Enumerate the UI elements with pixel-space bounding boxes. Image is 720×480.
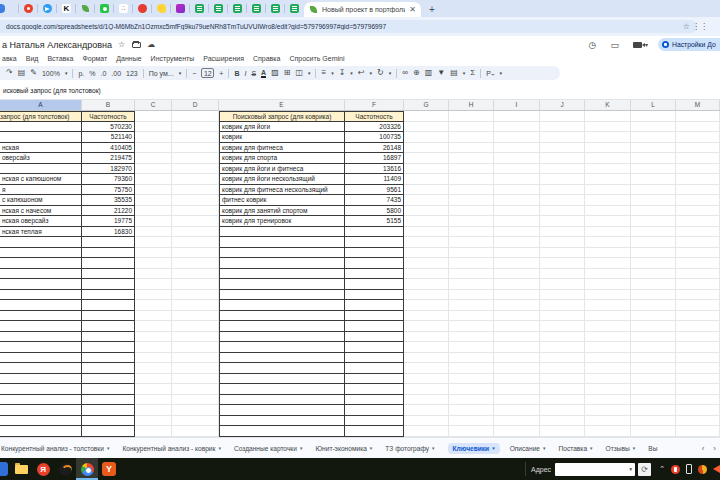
cell-G3[interactable] [404, 132, 449, 143]
cell-L30[interactable] [631, 416, 676, 427]
cell-J16[interactable] [540, 269, 585, 280]
cell-B23[interactable] [82, 342, 135, 353]
cell-D1[interactable] [172, 111, 219, 122]
cell-G31[interactable] [404, 426, 449, 437]
pinned-tab-red-site[interactable] [133, 0, 152, 17]
cell-L27[interactable] [631, 384, 676, 395]
cell-F2[interactable]: 203326 [345, 122, 404, 133]
cell-C11[interactable] [135, 216, 172, 227]
pinned-tab-sheets[interactable] [209, 0, 228, 17]
cell-B13[interactable] [82, 237, 135, 248]
cell-E21[interactable] [219, 321, 345, 332]
cell-I14[interactable] [494, 248, 540, 259]
merge-cells-icon[interactable]: ◫ [295, 69, 303, 77]
cell-G23[interactable] [404, 342, 449, 353]
cell-M9[interactable] [676, 195, 720, 206]
cell-C25[interactable] [135, 363, 172, 374]
cell-G13[interactable] [404, 237, 449, 248]
cell-F1[interactable]: Частотность [345, 111, 404, 122]
cell-G21[interactable] [404, 321, 449, 332]
cell-H3[interactable] [449, 132, 494, 143]
sheet-tab-поставка[interactable]: Поставка▾ [559, 445, 593, 452]
cell-F12[interactable] [345, 227, 404, 238]
cell-K2[interactable] [585, 122, 631, 133]
cell-A31[interactable] [0, 426, 82, 437]
cell-H22[interactable] [449, 332, 494, 343]
cell-K11[interactable] [585, 216, 631, 227]
cell-H13[interactable] [449, 237, 494, 248]
meet-caret-icon[interactable]: ▾ [645, 41, 648, 48]
cell-B22[interactable] [82, 332, 135, 343]
cell-I25[interactable] [494, 363, 540, 374]
cell-G18[interactable] [404, 290, 449, 301]
cell-F6[interactable]: 13616 [345, 164, 404, 175]
menu-item-вставка[interactable]: Вставка [47, 55, 73, 62]
document-title[interactable]: а Наталья Александровна [2, 40, 112, 50]
cell-E29[interactable] [219, 405, 345, 416]
cell-J3[interactable] [540, 132, 585, 143]
cell-C27[interactable] [135, 384, 172, 395]
taskbar-yandex-browser[interactable]: Y [98, 458, 120, 480]
text-color-button[interactable]: A [261, 69, 266, 78]
cell-J12[interactable] [540, 227, 585, 238]
sheet-tab-caret-icon[interactable]: ▾ [370, 445, 373, 451]
cell-J7[interactable] [540, 174, 585, 185]
cell-J14[interactable] [540, 248, 585, 259]
cell-B2[interactable]: 570230 [82, 122, 135, 133]
cell-I10[interactable] [494, 206, 540, 217]
cell-C24[interactable] [135, 353, 172, 364]
cell-D5[interactable] [172, 153, 219, 164]
fill-color-icon[interactable]: ▨ [271, 69, 279, 77]
cell-F10[interactable]: 5800 [345, 206, 404, 217]
cell-L26[interactable] [631, 374, 676, 385]
cell-K27[interactable] [585, 384, 631, 395]
cell-A5[interactable]: оверсайз [0, 153, 82, 164]
sheet-tab-caret-icon[interactable]: ▾ [218, 445, 221, 451]
borders-icon[interactable]: ⊞ [284, 69, 291, 77]
cell-L1[interactable] [631, 111, 676, 122]
cell-J18[interactable] [540, 290, 585, 301]
cell-F3[interactable]: 100735 [345, 132, 404, 143]
column-header-M[interactable]: M [676, 100, 720, 110]
cell-H15[interactable] [449, 258, 494, 269]
cell-L15[interactable] [631, 258, 676, 269]
sheet-tab-конкурентный-анализ-толстовки[interactable]: Конкурентный анализ - толстовки▾ [1, 445, 109, 452]
cell-I5[interactable] [494, 153, 540, 164]
cell-J27[interactable] [540, 384, 585, 395]
currency-format-button[interactable]: р. [78, 70, 84, 77]
cell-E4[interactable]: коврик для фитнеса [219, 143, 345, 154]
cell-B29[interactable] [82, 405, 135, 416]
cell-D7[interactable] [172, 174, 219, 185]
cell-I11[interactable] [494, 216, 540, 227]
cell-K16[interactable] [585, 269, 631, 280]
sheet-tab-caret-icon[interactable]: ▾ [107, 445, 110, 451]
cell-J6[interactable] [540, 164, 585, 175]
pinned-tab-vk-half[interactable] [0, 0, 19, 17]
sheet-tab-caret-icon[interactable]: ▾ [492, 445, 495, 451]
cell-I15[interactable] [494, 258, 540, 269]
cell-C17[interactable] [135, 279, 172, 290]
cell-J13[interactable] [540, 237, 585, 248]
cell-B19[interactable] [82, 300, 135, 311]
cell-K20[interactable] [585, 311, 631, 322]
cell-F11[interactable]: 5155 [345, 216, 404, 227]
cell-J2[interactable] [540, 122, 585, 133]
cell-E28[interactable] [219, 395, 345, 406]
cell-F31[interactable] [345, 426, 404, 437]
cell-M3[interactable] [676, 132, 720, 143]
cell-B24[interactable] [82, 353, 135, 364]
cell-F28[interactable] [345, 395, 404, 406]
cell-D15[interactable] [172, 258, 219, 269]
cell-K23[interactable] [585, 342, 631, 353]
cell-E19[interactable] [219, 300, 345, 311]
cell-A27[interactable] [0, 384, 82, 395]
cell-H4[interactable] [449, 143, 494, 154]
cell-H21[interactable] [449, 321, 494, 332]
cell-C26[interactable] [135, 374, 172, 385]
cell-M6[interactable] [676, 164, 720, 175]
pinned-tab-dots-site[interactable]: ∴ [114, 0, 133, 17]
column-header-B[interactable]: B [82, 100, 135, 110]
cell-M22[interactable] [676, 332, 720, 343]
cell-B12[interactable]: 16830 [82, 227, 135, 238]
cell-E24[interactable] [219, 353, 345, 364]
